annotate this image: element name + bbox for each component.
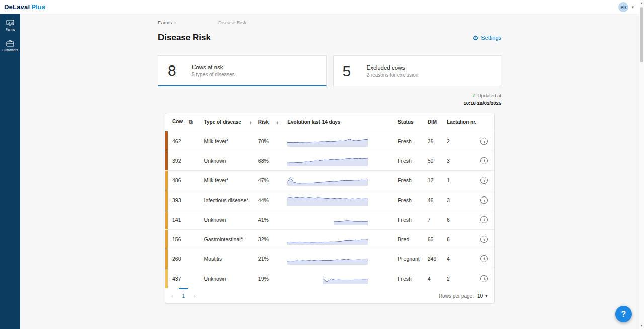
info-icon[interactable]: i xyxy=(480,177,488,184)
cows-at-risk-count: 8 xyxy=(168,62,192,79)
card-label: Excluded cows xyxy=(367,64,419,71)
info-icon[interactable]: i xyxy=(480,275,488,282)
info-icon[interactable]: i xyxy=(480,255,488,262)
table-row[interactable]: 486Milk fever*47%Fresh121i xyxy=(165,171,494,190)
risk-value: 32% xyxy=(256,230,286,249)
dim: 65 xyxy=(426,230,445,249)
risk-value: 21% xyxy=(256,249,286,269)
dim: 36 xyxy=(426,131,445,151)
info-icon[interactable]: i xyxy=(480,196,488,204)
table-row[interactable]: 392Unknown68%Fresh503i xyxy=(165,151,494,171)
status: Fresh xyxy=(396,131,426,151)
sidebar-item-farms[interactable]: Farms xyxy=(0,18,20,34)
breadcrumb-farms[interactable]: Farms xyxy=(158,20,172,25)
lactation: 6 xyxy=(445,230,478,249)
table-row[interactable]: 141Unknown41%Fresh76i xyxy=(165,210,494,230)
info-icon[interactable]: i xyxy=(480,138,488,145)
table-row[interactable]: 156Gastrointestinal*32%Bred656i xyxy=(165,230,494,249)
settings-button[interactable]: ⚙ Settings xyxy=(473,35,501,41)
column-lactation: Lactation nr. xyxy=(447,119,476,125)
help-button[interactable]: ? xyxy=(615,306,632,322)
table-row[interactable]: 260Mastitis21%Pregnant2494i xyxy=(165,249,494,269)
page-number[interactable]: 1 xyxy=(182,293,185,299)
risk-severity-bar xyxy=(165,171,168,190)
copy-icon[interactable]: ⧉ xyxy=(189,119,193,125)
rows-per-page-label: Rows per page: xyxy=(439,293,474,299)
sidebar-item-customers[interactable]: Customers xyxy=(0,38,20,54)
customers-icon xyxy=(6,40,14,47)
disease-type: Unknown xyxy=(202,151,256,171)
scroll-down-icon[interactable]: ▼ xyxy=(640,323,643,329)
table-row[interactable]: 462Milk fever*70%Fresh362i xyxy=(165,131,494,151)
risk-severity-bar xyxy=(165,230,168,249)
sidebar-item-label: Farms xyxy=(6,28,15,31)
caret-down-icon: ▼ xyxy=(485,294,488,298)
sidebar: Farms Customers xyxy=(0,14,20,329)
check-icon: ✓ xyxy=(472,93,476,98)
sort-icon[interactable]: ▲▼ xyxy=(276,121,279,125)
gear-icon: ⚙ xyxy=(473,35,479,41)
prev-page-button[interactable]: ‹ xyxy=(170,293,174,299)
excluded-cows-count: 5 xyxy=(343,62,367,80)
updated-label: Updated at xyxy=(478,93,501,98)
card-excluded-cows[interactable]: 5 Excluded cows 2 reasons for exclusion xyxy=(333,55,502,86)
main-content: Farms › Disease Risk Disease Risk ⚙ Sett… xyxy=(20,14,639,329)
lactation: 1 xyxy=(445,171,478,190)
risk-value: 47% xyxy=(256,171,286,190)
risk-value: 41% xyxy=(256,210,286,230)
next-page-button[interactable]: › xyxy=(193,293,197,299)
lactation: 2 xyxy=(445,131,478,151)
chevron-down-icon[interactable]: ▾ xyxy=(631,5,634,10)
rows-per-page-value: 10 xyxy=(477,293,483,299)
farms-icon xyxy=(6,20,14,26)
disease-type: Milk fever* xyxy=(202,171,256,190)
topbar-right: PR ▾ xyxy=(618,2,634,12)
lactation: 3 xyxy=(445,190,478,210)
disease-type: Mastitis xyxy=(202,249,256,269)
summary-cards: 8 Cows at risk 5 types of diseases 5 Exc… xyxy=(158,55,501,86)
table-row[interactable]: 437Unknown19%Fresh42i xyxy=(165,269,494,289)
status: Fresh xyxy=(396,190,426,210)
table-row[interactable]: 393Infectious disease*44%Fresh463i xyxy=(165,190,494,210)
lactation: 3 xyxy=(445,151,478,171)
risk-severity-bar xyxy=(165,151,168,170)
lactation: 6 xyxy=(445,210,478,230)
column-risk: Risk xyxy=(258,119,269,125)
info-icon[interactable]: i xyxy=(480,236,488,243)
column-evolution: Evolution last 14 days xyxy=(287,119,340,125)
evolution-sparkline xyxy=(287,253,394,265)
settings-label: Settings xyxy=(481,35,501,41)
sort-icon[interactable]: ▲▼ xyxy=(249,121,252,125)
card-sublabel: 2 reasons for exclusion xyxy=(367,72,419,78)
disease-type: Unknown xyxy=(202,269,256,289)
rows-per-page-select[interactable]: 10 ▼ xyxy=(477,293,488,299)
risk-severity-bar xyxy=(165,131,168,151)
risk-severity-bar xyxy=(165,269,168,288)
scrollbar-thumb[interactable] xyxy=(640,7,643,62)
status: Bred xyxy=(396,230,426,249)
evolution-sparkline xyxy=(287,175,394,186)
cow-id: 156 xyxy=(172,236,181,242)
card-cows-at-risk[interactable]: 8 Cows at risk 5 types of diseases xyxy=(158,55,327,86)
disease-risk-table: Cow ⧉ Type of disease ▲▼ Risk ▲▼ Evoluti… xyxy=(165,113,495,304)
status: Fresh xyxy=(396,269,426,289)
column-dim: DIM xyxy=(428,119,437,125)
info-icon[interactable]: i xyxy=(480,216,488,223)
evolution-sparkline xyxy=(287,136,394,147)
status: Fresh xyxy=(396,210,426,230)
risk-severity-bar xyxy=(165,249,168,269)
cow-id: 392 xyxy=(172,158,181,164)
scroll-up-icon[interactable]: ▲ xyxy=(640,0,643,6)
info-icon[interactable]: i xyxy=(480,157,488,164)
dim: 46 xyxy=(426,190,445,210)
disease-type: Milk fever* xyxy=(202,131,256,151)
table-header-row: Cow ⧉ Type of disease ▲▼ Risk ▲▼ Evoluti… xyxy=(165,113,494,131)
lactation: 4 xyxy=(445,249,478,269)
cow-id: 437 xyxy=(172,276,181,282)
vertical-scrollbar[interactable]: ▲ ▼ xyxy=(639,0,644,329)
app-logo[interactable]: DeLaval Plus xyxy=(4,3,45,11)
avatar[interactable]: PR xyxy=(618,2,628,12)
sidebar-item-label: Customers xyxy=(2,48,18,52)
risk-severity-bar xyxy=(165,190,168,210)
breadcrumb-current: Disease Risk xyxy=(218,20,246,25)
